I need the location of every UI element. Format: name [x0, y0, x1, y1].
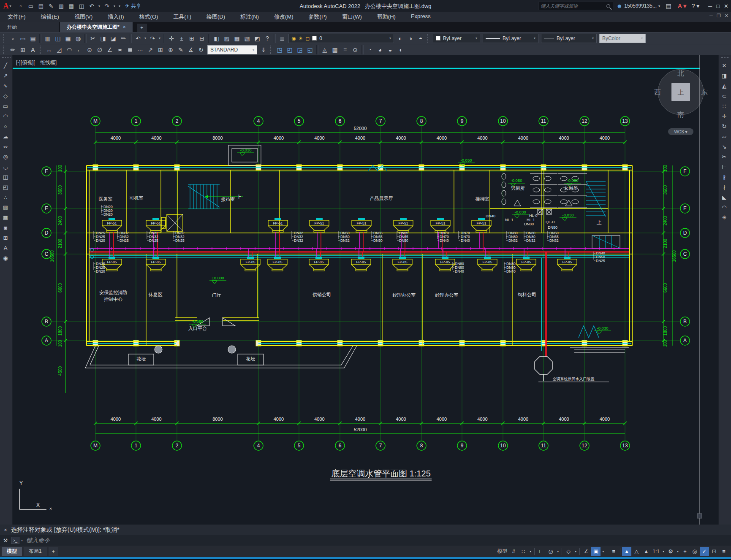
point-icon[interactable]: ∴ — [0, 192, 11, 202]
save-icon[interactable]: ▤ — [28, 33, 38, 43]
menu-标注[interactable]: 标注(N) — [233, 12, 266, 22]
layer-states-icon[interactable]: ◓ — [416, 33, 426, 43]
command-prompt-icon[interactable]: >_ — [11, 537, 19, 544]
polar-tracking-toggle[interactable]: ◶ — [546, 547, 555, 556]
tool-palettes-icon[interactable]: ▩ — [232, 33, 242, 43]
clip-ref-icon[interactable]: ◰ — [285, 45, 295, 55]
plot-style-combo[interactable]: ByColor▾ — [599, 34, 646, 43]
share-button[interactable]: ✈共享 — [125, 3, 141, 10]
construction-line-icon[interactable]: ↗ — [0, 70, 11, 81]
new-tab-button[interactable]: + — [137, 24, 147, 32]
move-icon[interactable]: ✛ — [719, 111, 730, 121]
insert-block-icon[interactable]: ◫ — [0, 172, 11, 182]
chamfer-icon[interactable]: ◣ — [719, 192, 730, 202]
adjust-ref-icon[interactable]: ◲ — [295, 45, 305, 55]
tab-active-drawing[interactable]: 办公楼中央空调施工图*× — [60, 22, 133, 32]
measure-icon[interactable]: ◬ — [320, 45, 330, 55]
layer-sun-icon[interactable]: ☀ — [298, 35, 303, 41]
annotation-visibility-toggle[interactable]: ▲ — [622, 547, 631, 556]
leader-icon[interactable]: ↗ — [145, 45, 155, 55]
make-layer-current-icon[interactable]: ◐ — [395, 33, 405, 43]
dim-linear-icon[interactable]: ↔ — [44, 45, 54, 55]
isolate-objects-icon[interactable]: ◎ — [690, 547, 699, 556]
mirror-icon[interactable]: ◭ — [719, 81, 730, 91]
menu-修改[interactable]: 修改(M) — [266, 12, 301, 22]
dim-continue-icon[interactable]: ⋯ — [135, 45, 145, 55]
dim-aligned-icon[interactable]: ◿ — [54, 45, 64, 55]
erase-icon[interactable]: ✕ — [719, 60, 730, 70]
zoom-window-icon[interactable]: ⊞ — [187, 33, 197, 43]
table-icon[interactable]: ⊞ — [0, 233, 11, 243]
zoom-realtime-icon[interactable]: ± — [177, 33, 187, 43]
sheet-set-icon[interactable]: ▧ — [242, 33, 252, 43]
menu-编辑[interactable]: 编辑(E) — [33, 12, 67, 22]
help-icon[interactable]: ? ▾ — [690, 1, 701, 11]
redo-icon[interactable]: ↷ — [147, 33, 158, 43]
multiline-text-icon[interactable]: A — [0, 243, 11, 253]
break-icon[interactable]: ∤ — [719, 182, 730, 192]
lineweight-combo[interactable]: ByLayer▾ — [541, 34, 597, 43]
search-input[interactable]: 键入关键字或短语 — [538, 2, 613, 10]
tolerance-icon[interactable]: ⊞ — [155, 45, 166, 55]
plot-icon[interactable]: ▥ — [57, 1, 66, 11]
dim-radius-icon[interactable]: ⊙ — [84, 45, 95, 55]
undo-icon[interactable]: ↶ — [133, 33, 143, 43]
layer-lock-icon[interactable]: ◻ — [305, 35, 310, 41]
search-icon[interactable] — [606, 4, 610, 8]
dim-text-angle-icon[interactable]: ∡ — [186, 45, 196, 55]
gradient-icon[interactable]: ▩ — [0, 212, 11, 222]
extend-icon[interactable]: ⊢ — [719, 162, 730, 172]
annotation-monitor-icon[interactable]: ▲ — [641, 547, 651, 556]
publish-icon[interactable]: ▦ — [63, 33, 73, 43]
minimize-button[interactable]: ─ — [708, 3, 712, 9]
qat-customize-dropdown[interactable]: ▾ — [117, 1, 122, 11]
dim-style-combo[interactable]: STANDARD▾ — [207, 45, 257, 54]
doc-restore-button[interactable]: ❐ — [717, 13, 721, 19]
undo-dropdown[interactable]: ▾ — [143, 33, 147, 43]
zoom-previous-icon[interactable]: ⊟ — [197, 33, 207, 43]
publish-icon[interactable]: ▦ — [67, 1, 76, 11]
menu-格式[interactable]: 格式(O) — [132, 12, 166, 22]
layer-previous-icon[interactable]: ◑ — [405, 33, 416, 43]
layer-freeze-icon[interactable]: ◖ — [395, 45, 405, 55]
model-space-button[interactable]: 模型 — [496, 547, 508, 556]
clean-screen-icon[interactable]: ⊡ — [709, 547, 719, 556]
spline-icon[interactable]: ∾ — [0, 141, 11, 151]
match-properties-icon[interactable]: ✏ — [118, 33, 128, 43]
isodraft-dropdown[interactable]: ▾ — [573, 547, 578, 556]
customization-icon[interactable]: ≡ — [719, 547, 728, 556]
dim-update-icon[interactable]: ↻ — [196, 45, 206, 55]
ellipse-arc-icon[interactable]: ◡ — [0, 162, 11, 172]
point-style-icon[interactable]: ◉ — [0, 253, 11, 263]
cut-icon[interactable]: ✂ — [88, 33, 98, 43]
maximize-button[interactable]: □ — [716, 3, 720, 9]
menu-视图[interactable]: 视图(V) — [67, 12, 100, 22]
grid-display-toggle[interactable]: # — [509, 547, 518, 556]
line-icon[interactable]: ╱ — [0, 60, 11, 70]
polyline-icon[interactable]: ∿ — [0, 81, 11, 91]
tab-model[interactable]: 模型 — [2, 547, 22, 556]
command-wrench-icon[interactable]: ⚒ — [0, 538, 11, 544]
tab-close-icon[interactable]: × — [123, 24, 126, 30]
etransmit-icon[interactable]: ◍ — [73, 33, 83, 43]
menu-参数[interactable]: 参数(P) — [301, 12, 334, 22]
pan-icon[interactable]: ✛ — [166, 33, 177, 43]
array-icon[interactable]: ∷ — [719, 101, 730, 111]
annotation-scale-value[interactable]: 1:1 — [651, 547, 661, 556]
rectangle-icon[interactable]: ▭ — [0, 101, 11, 111]
model-space-drawing[interactable]: 北南西东上WCS ▾ MM112244556677889910101111121… — [13, 55, 718, 525]
undo-dropdown[interactable]: ▾ — [97, 1, 101, 11]
account-menu[interactable]: ☻1505999135...▾ — [617, 3, 660, 9]
open-icon[interactable]: ▭ — [26, 1, 35, 11]
layer-on-icon[interactable]: ◉ — [291, 35, 296, 41]
print-icon[interactable]: ◫ — [77, 1, 86, 11]
layer-combo[interactable]: ◉ ☀ ◻ 0 ▾ — [288, 34, 394, 43]
object-snap-tracking-toggle[interactable]: ∠ — [582, 547, 591, 556]
tab-start[interactable]: 开始 — [0, 22, 59, 32]
attach-ref-icon[interactable]: ◳ — [274, 45, 285, 55]
circle-icon[interactable]: ○ — [0, 121, 11, 131]
ortho-toggle[interactable]: ∟ — [536, 547, 546, 556]
snap-base-icon[interactable]: ◱ — [305, 45, 315, 55]
autodesk-app-icon[interactable]: A ▾ — [677, 1, 687, 11]
menu-窗口[interactable]: 窗口(W) — [334, 12, 370, 22]
